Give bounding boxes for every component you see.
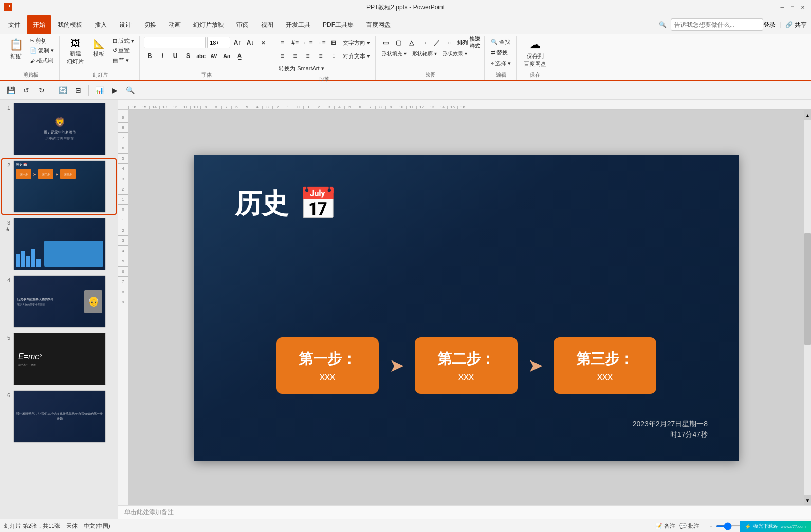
tab-pdf[interactable]: PDF工具集 <box>317 15 360 34</box>
print-button[interactable]: 🔍 <box>123 84 137 97</box>
tab-design[interactable]: 设计 <box>113 15 138 34</box>
login-button[interactable]: 登录 <box>763 21 776 29</box>
slide-thumb-3[interactable]: 3★ <box>2 217 116 271</box>
shape-rect-button[interactable]: ▭ <box>380 37 391 48</box>
scroll-up-button[interactable]: ▲ <box>804 110 811 120</box>
close-button[interactable]: ✕ <box>799 4 807 12</box>
main-slide[interactable]: 历史 📅 第一步： xxx ➤ 第二步： <box>194 155 739 461</box>
shape-arrow-button[interactable]: → <box>418 37 430 48</box>
tab-animation[interactable]: 动画 <box>162 15 187 34</box>
increase-font-button[interactable]: A↑ <box>232 37 243 48</box>
bold-button[interactable]: B <box>144 50 155 62</box>
justify-button[interactable]: ≡ <box>315 50 326 62</box>
paste-button[interactable]: 📋 粘贴 <box>5 36 27 62</box>
indent-more-button[interactable]: →≡ <box>315 37 326 48</box>
tab-review[interactable]: 审阅 <box>230 15 255 34</box>
clear-format-button[interactable]: ✕ <box>257 37 269 48</box>
indent-less-button[interactable]: ←≡ <box>302 37 314 48</box>
slide-preview-2: 历史 📅 第一步 ➤ 第二步 ➤ 第三步 <box>13 160 106 213</box>
step-1-box[interactable]: 第一步： xxx <box>276 337 379 394</box>
share-button[interactable]: 🔗 共享 <box>785 21 807 29</box>
notes-placeholder[interactable]: 单击此处添加备注 <box>124 508 174 517</box>
italic-button[interactable]: I <box>157 50 168 62</box>
shape-circle-button[interactable]: ○ <box>444 37 455 48</box>
vertical-scrollbar[interactable]: ▲ ▼ <box>804 110 811 505</box>
tab-slideshow[interactable]: 幻灯片放映 <box>187 15 230 34</box>
tab-file[interactable]: 文件 <box>2 15 27 34</box>
slide-thumb-5[interactable]: 5 E=mc² 成功离不开磨难 <box>2 332 116 386</box>
align-left-button[interactable]: ≡ <box>277 50 288 62</box>
presenter-button[interactable]: 📊 <box>93 84 106 97</box>
copy-button[interactable]: 📄 复制 ▾ <box>28 46 56 55</box>
notes-area[interactable]: 单击此处添加备注 <box>118 505 811 519</box>
bullets-button[interactable]: ≡ <box>277 37 288 48</box>
zoom-out-button[interactable]: － <box>708 522 714 530</box>
font-size-input[interactable] <box>207 37 230 48</box>
tab-developer[interactable]: 开发工具 <box>280 15 317 34</box>
align-right-button[interactable]: ≡ <box>302 50 314 62</box>
format-painter-button[interactable]: 🖌 格式刷 <box>28 55 56 65</box>
scroll-down-button[interactable]: ▼ <box>804 495 811 505</box>
slide-overview-button[interactable]: ⊟ <box>71 84 85 97</box>
layout-button[interactable]: ⊞ 版式 ▾ <box>110 36 136 46</box>
underline-button[interactable]: U <box>170 50 181 62</box>
minimize-button[interactable]: ─ <box>778 4 786 12</box>
redo-button[interactable]: ↻ <box>35 84 48 97</box>
slide-thumb-6[interactable]: 6 读书积攒勇气，让我们从相信文化传承就从使自我修炼的第一步开始 <box>2 389 116 444</box>
tab-home[interactable]: 开始 <box>27 15 51 34</box>
template-button[interactable]: 📐 模板 <box>88 36 109 60</box>
shape-rounded-button[interactable]: ▢ <box>393 37 404 48</box>
tab-view[interactable]: 视图 <box>255 15 280 34</box>
char-spacing-button[interactable]: AV <box>208 50 219 62</box>
quick-styles-button[interactable]: 快速样式 <box>470 37 481 48</box>
comments-button-status[interactable]: 💬 批注 <box>679 522 699 530</box>
shadow-button[interactable]: abc <box>195 50 207 62</box>
scroll-thumb[interactable] <box>804 233 811 345</box>
reset-button[interactable]: ↺ 重置 <box>110 46 136 55</box>
effect-button[interactable]: 形状效果 ▾ <box>440 49 469 59</box>
restore-button[interactable]: □ <box>788 4 797 12</box>
replace-button[interactable]: ⇄ 替换 <box>489 48 510 58</box>
notes-button-status[interactable]: 📝 备注 <box>655 522 675 530</box>
smartart-button[interactable]: 转换为 SmartArt ▾ <box>277 64 326 73</box>
arrange-button[interactable]: 排列 <box>457 37 468 48</box>
font-name-input[interactable] <box>144 37 206 48</box>
select-button[interactable]: ⌖ 选择 ▾ <box>489 59 513 68</box>
slide-canvas[interactable]: 历史 📅 第一步： xxx ➤ 第二步： <box>128 110 804 505</box>
strikethrough-button[interactable]: S <box>182 50 194 62</box>
start-presentation-button[interactable]: ▶ <box>108 84 121 97</box>
step-2-box[interactable]: 第二步： xxx <box>415 337 518 394</box>
new-slide-button[interactable]: 🖼 新建幻灯片 <box>64 36 87 67</box>
text-direction-button[interactable]: 文字方向 ▾ <box>341 38 372 48</box>
section-button[interactable]: ▤ 节 ▾ <box>110 55 136 65</box>
align-center-button[interactable]: ≡ <box>289 50 301 62</box>
line-spacing-button[interactable]: ↕ <box>328 50 339 62</box>
slide-thumb-1[interactable]: 1 🦁 历史记录中的名著作 历史的过去与现在 <box>2 102 116 156</box>
ribbon-search-input[interactable] <box>671 18 763 31</box>
tab-transition[interactable]: 切换 <box>138 15 162 34</box>
outline-button[interactable]: 形状轮廓 ▾ <box>410 49 439 59</box>
fill-button[interactable]: 形状填充 ▾ <box>380 49 409 59</box>
align-text-button[interactable]: 对齐文本 ▾ <box>341 51 372 61</box>
cut-button[interactable]: ✂ 剪切 <box>28 36 56 46</box>
columns-button[interactable]: ⊟ <box>328 37 339 48</box>
step-3-box[interactable]: 第三步： xxx <box>554 337 656 394</box>
highlight-color-button[interactable]: A̲ <box>234 50 245 62</box>
numbering-button[interactable]: #≡ <box>289 37 301 48</box>
statusbar: 幻灯片 第2张，共11张 天体 中文(中国) 📝 备注 💬 批注 － ＋ 55%… <box>0 519 811 532</box>
save-baidu-button[interactable]: ☁ 保存到百度网盘 <box>521 36 549 70</box>
tab-insert[interactable]: 插入 <box>88 15 113 34</box>
tab-template[interactable]: 我的模板 <box>51 15 88 34</box>
font-color-button[interactable]: Aa <box>221 50 232 62</box>
save-toolbar-button[interactable]: 💾 <box>4 84 17 97</box>
slide-datetime-line2: 时17分47秒 <box>633 429 708 440</box>
undo-button[interactable]: ↺ <box>20 84 33 97</box>
find-button[interactable]: 🔍 查找 <box>489 37 512 47</box>
shape-triangle-button[interactable]: △ <box>406 37 417 48</box>
slide-thumb-4[interactable]: 4 历史事件的重要人物的简名 历史人物的重要性与影响 👴 <box>2 274 116 329</box>
shape-line-button[interactable]: ／ <box>431 37 443 48</box>
tab-baidu[interactable]: 百度网盘 <box>360 15 397 34</box>
auto-save-button[interactable]: 🔄 <box>56 84 69 97</box>
decrease-font-button[interactable]: A↓ <box>245 37 256 48</box>
slide-thumb-2[interactable]: 2 历史 📅 第一步 ➤ 第二步 ➤ 第三步 <box>2 159 116 214</box>
